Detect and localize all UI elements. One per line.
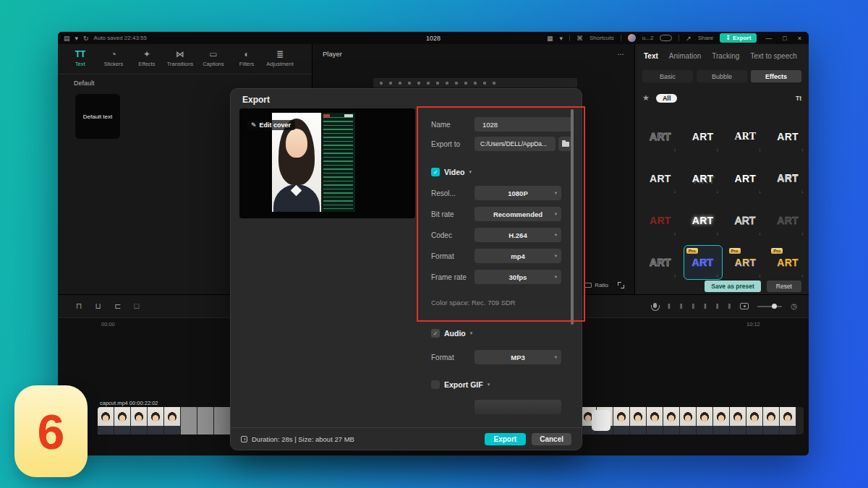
art-effect-item[interactable]: ProART↓ <box>768 245 807 280</box>
share-icon[interactable]: ↗ <box>686 35 692 42</box>
tab-text-props[interactable]: Text <box>644 52 658 60</box>
art-effect-item[interactable]: ART↓ <box>684 119 723 154</box>
tab-transitions[interactable]: ⋈ Transitions <box>163 47 197 74</box>
gif-resolution-dropdown[interactable] <box>475 400 561 414</box>
keyboard-icon[interactable]: ⌘ <box>576 35 583 42</box>
zoom-slider[interactable] <box>757 306 782 307</box>
art-effect-item[interactable]: ART↓ <box>641 203 680 238</box>
art-effect-item[interactable]: ART↓ <box>768 119 807 154</box>
close-button[interactable]: × <box>796 35 804 42</box>
clip-thumbnail[interactable] <box>630 407 646 435</box>
loop-icon[interactable]: ◷ <box>791 302 797 310</box>
tab-tracking[interactable]: Tracking <box>712 52 739 60</box>
collapse-caret-icon[interactable]: ▾ <box>470 330 473 336</box>
art-effect-item-selected[interactable]: ProART↓ <box>684 245 723 280</box>
subtab-basic[interactable]: Basic <box>642 70 693 82</box>
tab-captions[interactable]: ▭ Captions <box>197 47 230 74</box>
split-icon[interactable]: ⊓ <box>76 301 82 311</box>
snap-icon[interactable]: ⊏ <box>114 301 121 311</box>
art-effect-item[interactable]: ART↓ <box>684 203 723 238</box>
clip-thumbnail[interactable] <box>763 407 779 435</box>
resolution-dropdown[interactable]: 1080P ▾ <box>475 186 561 200</box>
chevron-down-icon[interactable]: ▾ <box>559 35 563 42</box>
clip-thumbnail[interactable] <box>746 407 762 435</box>
clip-thumbnail[interactable] <box>613 407 629 435</box>
text-download-icon[interactable]: Tt <box>796 95 801 102</box>
track-control-icon[interactable]: ‖ <box>728 303 732 310</box>
fullscreen-icon[interactable] <box>618 282 624 288</box>
art-effect-item[interactable]: ART↓ <box>641 245 680 280</box>
clip-thumbnail[interactable] <box>780 407 796 435</box>
clip-thumbnail[interactable] <box>197 407 213 435</box>
crop-icon[interactable]: □ <box>134 301 139 311</box>
clip-thumbnail[interactable] <box>164 407 180 435</box>
save-as-preset-button[interactable]: Save as preset <box>705 281 761 292</box>
clip-thumbnail[interactable] <box>713 407 729 435</box>
maximize-button[interactable]: □ <box>780 35 788 42</box>
export-path-field[interactable]: C:/Users/DELL/AppDa... <box>475 137 556 151</box>
name-input[interactable] <box>475 117 572 132</box>
minimize-button[interactable]: — <box>763 35 774 42</box>
clip-thumbnail[interactable] <box>730 407 746 435</box>
art-effect-item[interactable]: ART↓ <box>768 203 807 238</box>
filter-all-pill[interactable]: All <box>656 94 678 103</box>
subtab-bubble[interactable]: Bubble <box>697 70 747 82</box>
timeline-item-white[interactable] <box>592 410 610 431</box>
clip-thumbnail[interactable] <box>148 407 163 435</box>
avatar[interactable] <box>628 34 636 42</box>
edit-cover-button[interactable]: ✎ Edit cover <box>247 120 295 130</box>
video-checkbox[interactable]: ✓ <box>431 168 440 176</box>
bitrate-dropdown[interactable]: Recommended ▾ <box>475 207 561 221</box>
audio-format-dropdown[interactable]: MP3 ▾ <box>475 350 561 364</box>
clip-thumbnail[interactable] <box>647 407 663 435</box>
menu-icon[interactable]: ▤ <box>64 35 70 42</box>
tab-effects[interactable]: ✦ Effects <box>130 47 163 74</box>
shortcuts-button[interactable]: Shortcuts <box>590 35 614 41</box>
default-text-tile[interactable]: Default text <box>75 94 120 139</box>
clip-thumbnail[interactable] <box>214 407 230 435</box>
ratio-button[interactable]: Ratio <box>584 282 608 288</box>
framerate-dropdown[interactable]: 30fps ▾ <box>475 270 561 284</box>
cancel-button[interactable]: Cancel <box>532 433 571 445</box>
track-control-icon[interactable]: ‖ <box>668 303 671 310</box>
tab-stickers[interactable]: ◔ Stickers <box>97 47 130 74</box>
track-control-icon[interactable]: ‖ <box>692 303 695 310</box>
user-name[interactable]: u...2 <box>642 35 654 41</box>
mirror-icon[interactable]: ⊔ <box>95 301 102 311</box>
clip-thumbnail[interactable] <box>680 407 696 435</box>
art-effect-item[interactable]: ART↓ <box>768 161 807 196</box>
reset-button[interactable]: Reset <box>767 281 801 292</box>
art-effect-item[interactable]: ART↓ <box>726 119 765 154</box>
collapse-caret-icon[interactable]: ▾ <box>488 382 490 388</box>
share-button[interactable]: Share <box>698 35 713 41</box>
clip-thumbnail[interactable] <box>131 407 147 435</box>
art-effect-item[interactable]: ART↓ <box>641 119 680 154</box>
tab-filters[interactable]: ◐ Filters <box>230 47 263 74</box>
clip-thumbnail[interactable] <box>98 407 114 435</box>
clip-thumbnail[interactable] <box>663 407 679 435</box>
clip-thumbnail[interactable] <box>181 407 197 435</box>
camera-icon[interactable] <box>740 303 749 309</box>
modal-scrollbar[interactable] <box>571 109 574 325</box>
art-effect-item[interactable]: ProART↓ <box>726 245 765 280</box>
codec-dropdown[interactable]: H.264 ▾ <box>475 228 561 242</box>
tab-adjustment[interactable]: ≣ Adjustment <box>263 47 297 74</box>
more-icon[interactable]: ⋯ <box>618 50 625 58</box>
art-effect-item[interactable]: ART↓ <box>726 161 765 196</box>
export-confirm-button[interactable]: Export <box>485 433 527 445</box>
track-control-icon[interactable]: ‖ <box>680 303 684 310</box>
layout-icon[interactable]: ▦ <box>547 35 553 42</box>
tab-text[interactable]: TT Text <box>64 47 97 74</box>
art-effect-item[interactable]: ART↓ <box>726 203 765 238</box>
tab-animation[interactable]: Animation <box>669 52 701 60</box>
audio-checkbox[interactable]: ✓ <box>431 329 440 338</box>
tab-text-to-speech[interactable]: Text to speech <box>750 52 796 60</box>
clip-thumbnail[interactable] <box>697 407 712 435</box>
format-dropdown[interactable]: mp4 ▾ <box>475 249 561 263</box>
chevron-down-icon[interactable]: ▾ <box>75 35 79 42</box>
track-control-icon[interactable]: ‖ <box>716 303 720 310</box>
clip-thumbnail[interactable] <box>114 407 130 435</box>
track-control-icon[interactable]: ‖ <box>704 303 707 310</box>
gif-checkbox[interactable] <box>431 380 440 389</box>
favorites-star-icon[interactable]: ★ <box>642 93 650 103</box>
